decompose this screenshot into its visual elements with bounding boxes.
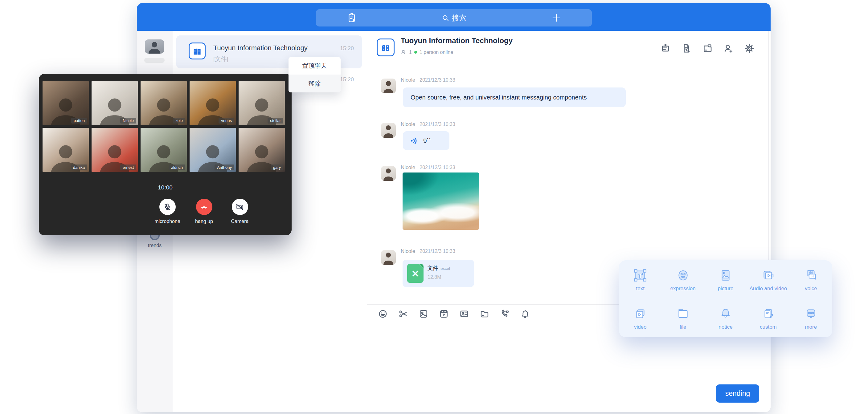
conversation-time: 15:20	[340, 45, 354, 52]
participant-name: Nicole	[120, 118, 136, 124]
building-icon	[192, 46, 203, 56]
sender-name: Nicole	[401, 248, 415, 254]
chat-header: Tuoyun Information Technology 1 1 person…	[367, 31, 771, 65]
panel-item-audio-video[interactable]: Audio and video	[747, 260, 789, 299]
message-time: 2021/12/3 10:33	[420, 249, 455, 254]
hangup-label: hang up	[186, 219, 222, 224]
panel-item-text[interactable]: text	[619, 260, 661, 299]
panel-item-file[interactable]: file	[661, 299, 704, 337]
user-avatar[interactable]	[145, 39, 164, 54]
online-status: 1 person online	[420, 50, 453, 55]
screenshot-scissors-icon[interactable]	[398, 309, 408, 320]
chat-title: Tuoyun Information Technology	[401, 36, 513, 45]
voice-wave-icon	[410, 136, 419, 146]
picture-icon	[718, 268, 733, 283]
participant-name: patton	[71, 118, 87, 124]
text-message-bubble: Open source, free, and universal instant…	[403, 88, 626, 107]
panel-item-expression[interactable]: expression	[661, 260, 704, 299]
participant-name: danika	[70, 164, 87, 170]
panel-item-notice[interactable]: notice	[704, 299, 747, 337]
text-icon	[632, 268, 648, 283]
chat-history-search-icon[interactable]	[681, 43, 692, 54]
panel-item-video[interactable]: video	[619, 299, 661, 337]
file-folder-icon	[675, 306, 691, 322]
message-type-panel: text expression picture	[619, 260, 832, 337]
search-field[interactable]: 搜索	[316, 9, 592, 27]
message-header: Nicole 2021/12/3 10:33	[401, 121, 455, 128]
file-ext: .excel	[439, 266, 450, 271]
sender-name: Nicole	[401, 121, 415, 128]
composer-toolbar	[378, 309, 530, 320]
message-time: 2021/12/3 10:33	[420, 165, 455, 170]
conversation-title: Tuoyun Information Technology	[213, 44, 308, 52]
search-icon	[442, 14, 450, 22]
chat-subtitle: 1 1 person online	[401, 49, 453, 55]
phone-down-icon	[199, 202, 209, 212]
file-name: 文件 .excel	[428, 264, 450, 272]
send-button[interactable]: sending	[716, 384, 759, 403]
nav-item-partial[interactable]	[144, 58, 164, 63]
participant-name: zoie	[173, 118, 185, 124]
emoji-icon[interactable]	[378, 309, 388, 320]
avatar	[381, 78, 396, 93]
expression-icon	[675, 268, 691, 283]
participant-name: ernest	[120, 164, 136, 170]
voice-duration: 9``	[423, 137, 431, 145]
participant-name: aldrich	[168, 164, 185, 170]
notification-bell-icon[interactable]	[520, 309, 530, 320]
camera-label: Camera	[221, 219, 258, 224]
voice-icon	[803, 268, 819, 283]
avatar	[381, 166, 396, 181]
video-call-icon[interactable]	[500, 309, 510, 320]
video-message-icon[interactable]	[439, 309, 449, 320]
hangup-control: hang up	[186, 199, 222, 224]
online-dot	[414, 51, 417, 54]
video-tile: ernest	[92, 128, 138, 172]
group-notice-icon[interactable]	[660, 43, 671, 54]
sender-name: Nicole	[401, 77, 415, 83]
video-grid: patton Nicole zoie venus stellar danika	[42, 81, 288, 172]
camera-control: Camera	[221, 199, 258, 224]
message-time: 2021/12/3 10:33	[420, 122, 455, 127]
image-message-beach[interactable]	[403, 172, 479, 230]
message-header: Nicole 2021/12/3 10:33	[401, 248, 455, 254]
microphone-control: microphone	[149, 199, 186, 224]
members-icon	[401, 49, 407, 55]
video-tile: Anthony	[190, 128, 236, 172]
search-placeholder: 搜索	[452, 13, 466, 23]
message-text: Open source, free, and universal instant…	[410, 94, 587, 101]
hangup-button[interactable]	[196, 199, 212, 215]
picture-icon[interactable]	[418, 309, 429, 320]
microphone-button[interactable]	[159, 199, 176, 215]
camera-button[interactable]	[232, 199, 248, 215]
panel-item-custom[interactable]: custom	[747, 299, 789, 337]
voice-message-bubble[interactable]: 9``	[403, 131, 450, 150]
video-icon	[632, 306, 648, 322]
search-bar[interactable]: 搜索	[316, 9, 592, 27]
plus-icon[interactable]	[551, 12, 562, 24]
message-header: Nicole 2021/12/3 10:33	[401, 77, 455, 83]
file-folder-icon[interactable]	[479, 309, 490, 320]
video-tile: stellar	[239, 81, 285, 125]
trends-label: trends	[137, 243, 173, 248]
avatar	[381, 250, 396, 265]
notice-bell-icon	[718, 306, 733, 322]
panel-item-picture[interactable]: picture	[704, 260, 747, 299]
conversation-last-message: [文件]	[213, 55, 228, 63]
settings-gear-icon[interactable]	[744, 43, 754, 54]
file-message-bubble[interactable]: ✕ 文件 .excel 12.8M	[403, 260, 474, 287]
add-member-icon[interactable]	[723, 43, 734, 54]
message-header: Nicole 2021/12/3 10:33	[401, 164, 455, 171]
panel-item-voice[interactable]: voice	[790, 260, 832, 299]
panel-item-more[interactable]: more	[790, 299, 832, 337]
video-tile: danika	[42, 128, 89, 172]
conversation2-time: 15:20	[340, 76, 354, 83]
chat-group-avatar	[377, 38, 395, 56]
group-file-icon[interactable]	[702, 43, 713, 54]
participant-name: gary	[271, 164, 283, 170]
menu-item-pin-chat[interactable]: 置顶聊天	[288, 57, 341, 74]
top-bar: 搜索	[137, 3, 771, 31]
menu-item-remove[interactable]: 移除	[288, 74, 341, 92]
contact-card-icon[interactable]	[459, 309, 469, 320]
group-avatar	[189, 42, 206, 59]
